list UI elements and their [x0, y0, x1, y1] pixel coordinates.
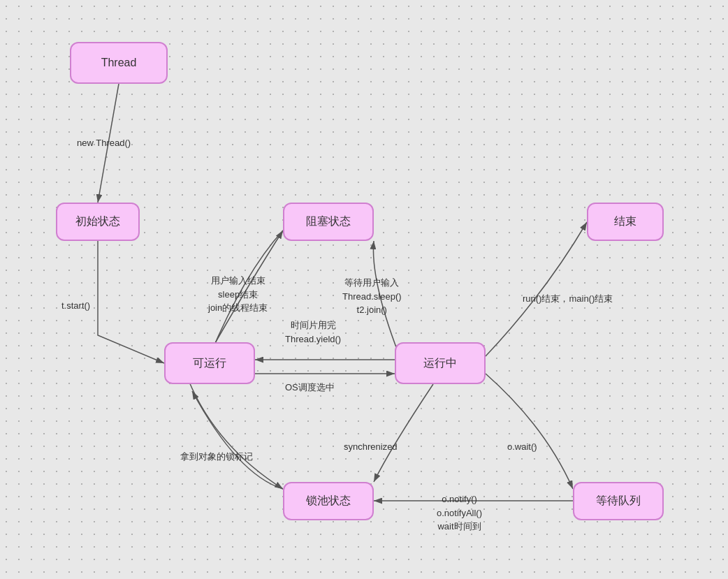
label-synchrenized: synchrenized — [344, 440, 398, 454]
label-time-slice: 时间片用完Thread.yield() — [285, 318, 341, 346]
label-run-end: run()结束，main()结束 — [523, 292, 613, 306]
label-wait-user-input: 等待用户输入Thread.sleep()t2.join() — [342, 276, 402, 317]
runnable-node: 可运行 — [164, 342, 255, 384]
label-o-wait: o.wait() — [507, 440, 537, 454]
running-node: 运行中 — [395, 342, 486, 384]
label-user-input-end: 用户输入结束sleep结束join的线程结束 — [208, 274, 268, 315]
waiting-node: 等待队列 — [573, 482, 664, 520]
label-os-select: OS调度选中 — [285, 381, 335, 395]
thread-node: Thread — [70, 42, 168, 84]
label-o-notify: o.notify()o.notifyAll()wait时间到 — [437, 492, 482, 534]
blocked-node: 阻塞状态 — [283, 203, 374, 241]
label-new-thread: new Thread() — [77, 136, 131, 150]
label-get-lock: 拿到对象的锁标记 — [180, 450, 253, 464]
initial-node: 初始状态 — [56, 203, 140, 241]
diagram-container: Thread 初始状态 阻塞状态 结束 可运行 运行中 锁池状态 等待队列 ne… — [0, 0, 728, 579]
label-t-start: t.start() — [61, 299, 90, 313]
end-node: 结束 — [587, 203, 664, 241]
lock-node: 锁池状态 — [283, 482, 374, 520]
